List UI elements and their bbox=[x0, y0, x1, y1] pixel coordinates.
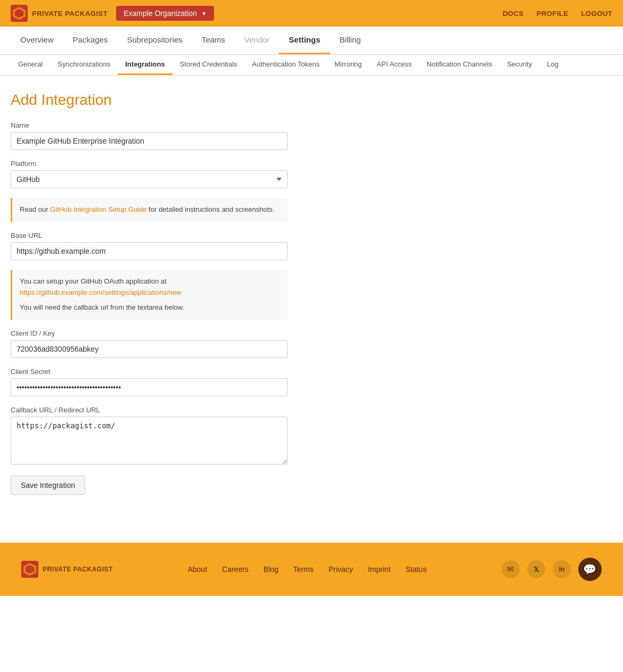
logo-icon bbox=[11, 5, 28, 22]
main-nav-teams[interactable]: Teams bbox=[192, 27, 235, 54]
footer-link-terms[interactable]: Terms bbox=[293, 565, 314, 574]
org-button[interactable]: Example Organization ▼ bbox=[116, 6, 214, 21]
chevron-down-icon: ▼ bbox=[201, 11, 207, 16]
main-nav-packages[interactable]: Packages bbox=[63, 27, 118, 54]
linkedin-icon[interactable]: in bbox=[553, 560, 571, 578]
info-text-1: Read our bbox=[20, 205, 50, 213]
oauth-info-box: You can setup your GitHub OAuth applicat… bbox=[11, 270, 288, 320]
page-title: Add Integration bbox=[11, 92, 362, 109]
name-field-group: Name bbox=[11, 121, 362, 150]
sub-nav-stored-credentials[interactable]: Stored Credentials bbox=[173, 55, 245, 75]
top-nav-right: DOCS PROFILE LOGOUT bbox=[503, 10, 612, 18]
oauth-app-link[interactable]: https://github.example.com/settings/appl… bbox=[20, 288, 182, 296]
profile-link[interactable]: PROFILE bbox=[537, 10, 569, 18]
logo-text: PRIVATE PACKAGIST bbox=[32, 10, 108, 18]
main-navbar: Overview Packages Subrepositories Teams … bbox=[0, 27, 623, 55]
sub-nav-security[interactable]: Security bbox=[499, 55, 539, 75]
github-guide-link[interactable]: GitHub Integration Setup Guide bbox=[50, 205, 146, 213]
callback-url-label: Callback URL / Redirect URL bbox=[11, 406, 362, 414]
main-nav-vendor: Vendor bbox=[235, 27, 280, 54]
sub-nav-authentication-tokens[interactable]: Authentication Tokens bbox=[244, 55, 327, 75]
github-guide-info-box: Read our GitHub Integration Setup Guide … bbox=[11, 198, 288, 222]
footer-icons: ✉ 𝕏 in 💬 bbox=[502, 558, 602, 581]
footer-logo-icon bbox=[21, 561, 38, 578]
callback-url-field-group: Callback URL / Redirect URL https://pack… bbox=[11, 406, 362, 466]
info-text-2: for detailed instructions and screenshot… bbox=[146, 205, 274, 213]
sub-nav-synchronizations[interactable]: Synchronizations bbox=[50, 55, 118, 75]
footer-link-status[interactable]: Status bbox=[406, 565, 427, 574]
sub-nav-notification-channels[interactable]: Notification Channels bbox=[419, 55, 499, 75]
logout-link[interactable]: LOGOUT bbox=[581, 10, 612, 18]
footer: PRIVATE PACKAGIST About Careers Blog Ter… bbox=[0, 543, 623, 596]
sub-nav-api-access[interactable]: API Access bbox=[370, 55, 420, 75]
client-id-field-group: Client ID / Key bbox=[11, 329, 362, 358]
platform-label: Platform bbox=[11, 160, 362, 168]
sub-nav-integrations[interactable]: Integrations bbox=[118, 55, 172, 75]
footer-logo: PRIVATE PACKAGIST bbox=[21, 561, 113, 578]
footer-link-careers[interactable]: Careers bbox=[222, 565, 249, 574]
top-navbar: PRIVATE PACKAGIST Example Organization ▼… bbox=[0, 0, 623, 27]
client-id-label: Client ID / Key bbox=[11, 329, 362, 337]
docs-link[interactable]: DOCS bbox=[503, 10, 524, 18]
email-icon[interactable]: ✉ bbox=[502, 560, 520, 578]
sub-nav-mirroring[interactable]: Mirroring bbox=[327, 55, 369, 75]
callback-url-textarea[interactable]: https://packagist.com/ bbox=[11, 417, 288, 464]
main-content: Add Integration Name Platform GitHub Git… bbox=[0, 76, 373, 511]
platform-select[interactable]: GitHub GitLab Bitbucket Custom bbox=[11, 170, 288, 188]
top-nav-left: PRIVATE PACKAGIST Example Organization ▼ bbox=[11, 5, 214, 22]
base-url-input[interactable] bbox=[11, 242, 288, 260]
sub-navbar: General Synchronizations Integrations St… bbox=[0, 55, 623, 76]
main-nav-subrepositories[interactable]: Subrepositories bbox=[117, 27, 192, 54]
org-button-label: Example Organization bbox=[124, 9, 197, 18]
sub-nav-log[interactable]: Log bbox=[539, 55, 566, 75]
footer-link-about[interactable]: About bbox=[187, 565, 207, 574]
oauth-info-line2: You will need the callback url from the … bbox=[20, 302, 280, 313]
main-nav-billing[interactable]: Billing bbox=[330, 27, 371, 54]
logo-area: PRIVATE PACKAGIST bbox=[11, 5, 108, 22]
footer-link-imprint[interactable]: Imprint bbox=[368, 565, 391, 574]
save-integration-button[interactable]: Save Integration bbox=[11, 476, 85, 495]
client-secret-input[interactable] bbox=[11, 378, 288, 396]
client-secret-field-group: Client Secret bbox=[11, 368, 362, 396]
base-url-label: Base URL bbox=[11, 231, 362, 239]
main-nav-overview[interactable]: Overview bbox=[11, 27, 63, 54]
chat-button[interactable]: 💬 bbox=[578, 558, 602, 581]
footer-link-blog[interactable]: Blog bbox=[264, 565, 278, 574]
footer-link-privacy[interactable]: Privacy bbox=[329, 565, 353, 574]
twitter-icon[interactable]: 𝕏 bbox=[527, 560, 545, 578]
footer-links: About Careers Blog Terms Privacy Imprint… bbox=[187, 565, 427, 574]
footer-logo-text: PRIVATE PACKAGIST bbox=[43, 566, 113, 573]
main-nav-settings[interactable]: Settings bbox=[279, 27, 330, 54]
client-id-input[interactable] bbox=[11, 340, 288, 358]
name-input[interactable] bbox=[11, 132, 288, 150]
oauth-info-line1: You can setup your GitHub OAuth applicat… bbox=[20, 276, 280, 287]
name-label: Name bbox=[11, 121, 362, 129]
platform-field-group: Platform GitHub GitLab Bitbucket Custom bbox=[11, 160, 362, 188]
base-url-field-group: Base URL bbox=[11, 231, 362, 260]
sub-nav-general[interactable]: General bbox=[11, 55, 50, 75]
client-secret-label: Client Secret bbox=[11, 368, 362, 376]
